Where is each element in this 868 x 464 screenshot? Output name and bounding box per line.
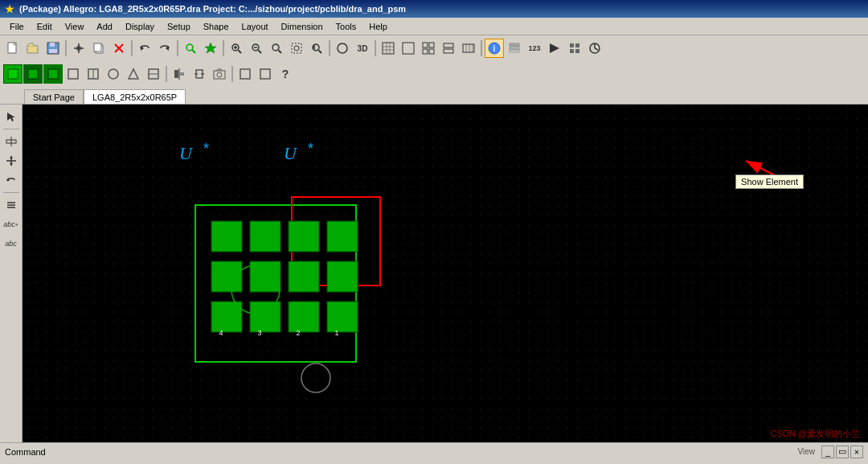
minimize-btn[interactable]: _ (821, 446, 834, 458)
find-btn[interactable] (181, 39, 200, 58)
info-btn[interactable]: i (485, 39, 504, 58)
extra-btn2[interactable] (585, 39, 604, 58)
menu-layout[interactable]: Layout (235, 20, 275, 33)
menu-tools[interactable]: Tools (330, 20, 363, 33)
sidebar-text2[interactable]: abc (2, 235, 20, 253)
extra-btn1[interactable] (565, 39, 584, 58)
svg-line-26 (279, 51, 282, 54)
svg-rect-55 (575, 43, 579, 47)
menu-setup[interactable]: Setup (161, 20, 197, 33)
open-btn[interactable] (23, 39, 43, 58)
svg-rect-37 (403, 43, 414, 54)
status-controls: _ ▭ × (821, 446, 863, 458)
zoom-fit-btn[interactable] (267, 39, 286, 58)
menu-file[interactable]: File (3, 20, 31, 33)
tb2-btn3[interactable] (43, 64, 63, 84)
svg-point-78 (217, 72, 222, 77)
grid3-btn[interactable] (419, 39, 438, 58)
sidebar-text1[interactable]: abc+ (2, 216, 20, 233)
3d-btn[interactable]: 3D (353, 39, 372, 58)
sidebar-select[interactable] (2, 108, 20, 125)
left-sidebar: abc+ abc (0, 105, 23, 442)
menu-add[interactable]: Add (90, 20, 119, 33)
layers-btn[interactable] (505, 39, 524, 58)
title-icon: ★ (5, 3, 14, 15)
pin-btn[interactable] (201, 39, 220, 58)
sidebar-menu[interactable] (2, 196, 20, 214)
menu-edit[interactable]: Edit (31, 20, 59, 33)
tb2-btn7[interactable] (124, 64, 143, 84)
grid1-btn[interactable] (379, 39, 398, 58)
canvas-area[interactable]: U * U * (23, 105, 868, 442)
view-label: View (798, 447, 816, 456)
svg-rect-106 (289, 302, 319, 332)
redo-btn[interactable] (155, 39, 174, 58)
sidebar-rotate[interactable] (2, 171, 20, 189)
svg-rect-57 (575, 49, 579, 53)
zoom-area-btn[interactable] (287, 39, 306, 58)
zoom-in-btn[interactable] (227, 39, 246, 58)
svg-line-16 (192, 50, 195, 53)
svg-rect-63 (48, 69, 58, 79)
tabs-bar: Start Page LGA8_2R5x2x0R65P (0, 87, 868, 105)
restore-btn[interactable]: ▭ (836, 446, 849, 458)
tb2-btn5[interactable] (84, 64, 103, 84)
menu-display[interactable]: Display (119, 20, 161, 33)
svg-point-67 (108, 69, 118, 79)
snap-btn[interactable] (69, 39, 88, 58)
title-bar: ★ (Package) Allegro: LGA8_2R5x2x0R65P.dr… (0, 0, 868, 18)
close-btn[interactable]: × (850, 446, 863, 458)
tb2-extra1[interactable] (235, 64, 255, 84)
copy-btn[interactable] (89, 39, 108, 58)
svg-rect-102 (289, 261, 319, 292)
svg-rect-100 (211, 261, 242, 292)
svg-marker-87 (10, 163, 13, 166)
timer-btn[interactable] (545, 39, 564, 58)
tb2-align1[interactable] (170, 64, 189, 84)
svg-rect-2 (27, 46, 38, 53)
tb2-help[interactable]: ? (276, 64, 295, 84)
tb2-btn4[interactable] (63, 64, 83, 84)
svg-rect-27 (292, 43, 301, 53)
save-btn[interactable] (43, 39, 63, 58)
svg-rect-51 (510, 47, 519, 49)
menu-view[interactable]: View (59, 20, 91, 33)
sidebar-zoom[interactable] (2, 133, 20, 150)
svg-rect-61 (8, 69, 18, 79)
tb2-align2[interactable] (190, 64, 209, 84)
svg-text:3: 3 (257, 329, 261, 337)
tb2-extra2[interactable] (256, 64, 275, 84)
tb2-btn6[interactable] (104, 64, 123, 84)
command-label: Command (5, 447, 46, 457)
svg-rect-64 (68, 69, 78, 79)
tb2-btn2[interactable] (23, 64, 43, 84)
svg-line-19 (239, 51, 242, 54)
svg-rect-39 (429, 43, 434, 47)
svg-rect-80 (260, 69, 270, 79)
tb2-btn1[interactable] (3, 64, 23, 84)
show-element-tooltip: Show Element (735, 175, 804, 189)
svg-rect-56 (570, 49, 574, 53)
toolbar2: ? (0, 61, 868, 87)
sidebar-pan[interactable] (2, 152, 20, 170)
tab-lga8[interactable]: LGA8_2R5x2x0R65P (84, 89, 186, 104)
tb2-btn8[interactable] (144, 64, 163, 84)
toolbar1: 3D i 123 (0, 35, 868, 61)
grid2-btn[interactable] (399, 39, 418, 58)
tb2-camera[interactable] (210, 64, 229, 84)
delete-btn[interactable] (109, 39, 129, 58)
status-bar: Command View _ ▭ × (0, 442, 868, 460)
zoom-prev-btn[interactable] (307, 39, 326, 58)
zoom-out-btn[interactable] (247, 39, 266, 58)
new-btn[interactable] (3, 39, 23, 58)
grid4-btn[interactable] (439, 39, 458, 58)
numbering-btn[interactable]: 123 (525, 39, 544, 58)
undo-btn[interactable] (135, 39, 154, 58)
circle-btn[interactable] (333, 39, 352, 58)
tab-start-page[interactable]: Start Page (24, 89, 84, 104)
menu-shape[interactable]: Shape (197, 20, 235, 33)
menu-dimension[interactable]: Dimension (275, 20, 330, 33)
grid5-btn[interactable] (459, 39, 478, 58)
menu-help[interactable]: Help (362, 20, 394, 33)
svg-rect-107 (327, 302, 358, 332)
